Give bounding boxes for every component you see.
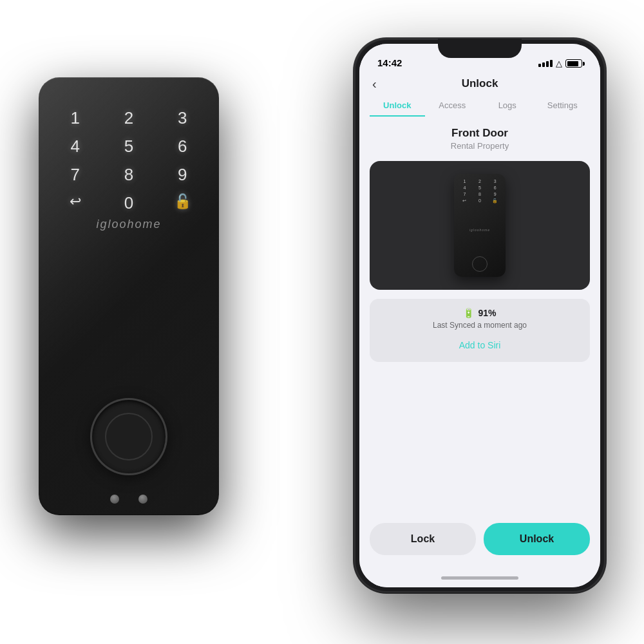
- key-unlock[interactable]: 🔓: [166, 194, 200, 211]
- key-6[interactable]: 6: [166, 138, 200, 155]
- back-button[interactable]: ‹: [372, 77, 377, 91]
- key-4[interactable]: 4: [58, 138, 92, 155]
- mini-key-7: 7: [458, 192, 471, 196]
- keypad-grid: 1 2 3 4 5 6 7 8 9 ↩ 0 🔓: [58, 109, 200, 211]
- signal-icon: [538, 60, 553, 67]
- status-card: 🔋 91% Last Synced a moment ago Add to Si…: [370, 299, 590, 362]
- home-bar: [441, 576, 518, 580]
- tab-access[interactable]: Access: [425, 95, 480, 117]
- wifi-icon: △: [556, 59, 562, 68]
- tab-settings[interactable]: Settings: [535, 95, 591, 117]
- status-time: 14:42: [377, 57, 402, 68]
- mini-key-2: 2: [473, 179, 487, 184]
- mini-key-3: 3: [488, 179, 502, 184]
- key-8[interactable]: 8: [111, 166, 146, 183]
- mini-key-9: 9: [488, 192, 502, 196]
- header-title: Unlock: [462, 77, 498, 90]
- mini-key-8: 8: [473, 192, 487, 196]
- phone-notch: [438, 39, 522, 58]
- screw-left: [110, 495, 119, 504]
- battery-icon: [565, 59, 582, 68]
- fingerprint-sensor[interactable]: [90, 398, 167, 475]
- unlock-button[interactable]: Unlock: [484, 523, 590, 555]
- tab-unlock[interactable]: Unlock: [370, 95, 425, 117]
- lock-device: 1 2 3 4 5 6 7 8 9 ↩ 0 🔓 igloohome: [39, 77, 219, 515]
- tab-logs[interactable]: Logs: [480, 95, 535, 117]
- key-2[interactable]: 2: [111, 109, 146, 126]
- mini-key-1: 1: [458, 179, 471, 184]
- key-5[interactable]: 5: [111, 138, 146, 155]
- key-7[interactable]: 7: [58, 166, 92, 183]
- key-1[interactable]: 1: [58, 109, 92, 126]
- battery-percentage: 91%: [478, 308, 496, 318]
- screw-right: [138, 495, 147, 504]
- lock-preview-inner: 1 2 3 4 5 6 7 8 9 ↩ 0 🔓: [454, 174, 506, 277]
- app-header: ‹ Unlock: [359, 72, 600, 90]
- brand-label: igloohome: [96, 218, 161, 231]
- add-to-siri-button[interactable]: Add to Siri: [381, 337, 578, 353]
- mini-brand: igloohome: [469, 228, 490, 232]
- phone: 14:42 △ ‹ Unlock: [354, 39, 605, 592]
- mini-key-0: 0: [473, 198, 487, 204]
- mini-fingerprint: [472, 256, 488, 272]
- sync-text: Last Synced a moment ago: [381, 321, 578, 330]
- phone-screen: 14:42 △ ‹ Unlock: [359, 44, 600, 587]
- app-content: Front Door Rental Property 1 2 3 4 5 6 7: [359, 117, 600, 515]
- key-back[interactable]: ↩: [58, 194, 92, 211]
- home-indicator: [359, 568, 600, 587]
- mini-key-6: 6: [488, 185, 502, 190]
- lock-button[interactable]: Lock: [370, 523, 476, 555]
- battery-status-row: 🔋 91%: [381, 308, 578, 318]
- battery-status-icon: 🔋: [463, 308, 474, 318]
- mini-key-back: ↩: [458, 198, 471, 204]
- key-3[interactable]: 3: [166, 109, 200, 126]
- keypad-area: 1 2 3 4 5 6 7 8 9 ↩ 0 🔓 igloohome: [39, 77, 219, 398]
- screws: [110, 495, 147, 504]
- mini-keypad: 1 2 3 4 5 6 7 8 9 ↩ 0 🔓: [458, 179, 502, 204]
- device-name-section: Front Door Rental Property: [370, 117, 590, 156]
- scene: 1 2 3 4 5 6 7 8 9 ↩ 0 🔓 igloohome: [0, 0, 644, 644]
- key-9[interactable]: 9: [166, 166, 200, 183]
- status-icons: △: [538, 59, 582, 68]
- device-name: Front Door: [370, 127, 590, 140]
- lock-preview-card: 1 2 3 4 5 6 7 8 9 ↩ 0 🔓: [370, 161, 590, 290]
- mini-key-4: 4: [458, 185, 471, 190]
- action-buttons: Lock Unlock: [359, 515, 600, 568]
- mini-key-5: 5: [473, 185, 487, 190]
- tabs-row: Unlock Access Logs Settings: [359, 90, 600, 117]
- key-0[interactable]: 0: [111, 194, 146, 211]
- device-subtitle: Rental Property: [370, 141, 590, 151]
- mini-key-lock: 🔓: [488, 198, 502, 204]
